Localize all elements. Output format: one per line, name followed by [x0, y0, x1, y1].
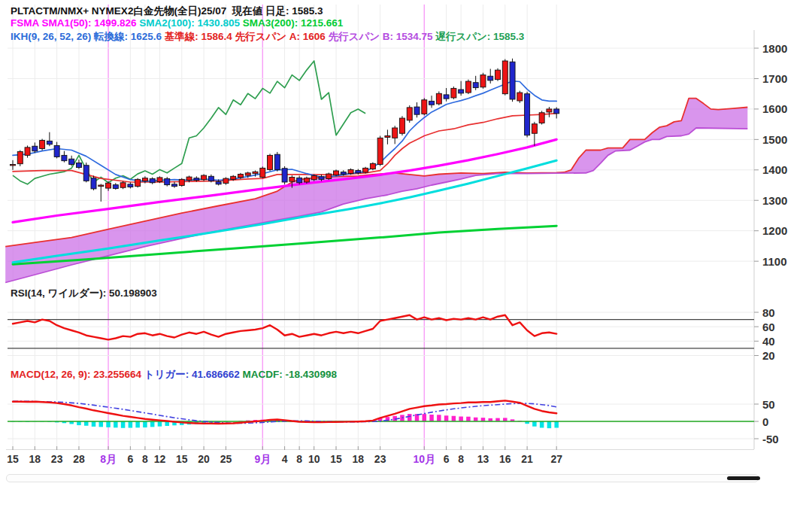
x-axis-label: 15 [330, 453, 342, 465]
x-axis-label: 15 [7, 453, 19, 465]
y-axis-label: 1500 [762, 133, 787, 146]
x-axis-label: 28 [73, 453, 85, 465]
x-axis-label: 8 [142, 453, 148, 465]
chart-canvas[interactable]: 1800170016001500140013001200110080604020… [0, 0, 812, 488]
candle [517, 93, 523, 101]
x-axis-label: 23 [374, 453, 386, 465]
x-axis-label: 4 [282, 453, 288, 465]
y-axis-label: 1700 [762, 72, 787, 85]
y-axis-label: 1300 [762, 194, 787, 207]
legend-segment: トリガー: 41.686662 [144, 369, 243, 380]
x-axis-label: 27 [550, 453, 562, 465]
x-axis-label: 10月 [413, 453, 435, 465]
candle [142, 178, 147, 181]
candle [488, 76, 493, 81]
candle [32, 146, 38, 150]
candle [334, 171, 339, 175]
candle [268, 155, 273, 169]
candle [304, 178, 309, 182]
candle [194, 178, 199, 181]
candle [201, 175, 207, 180]
rsi-axis-label: 60 [762, 321, 775, 333]
candle [311, 175, 317, 179]
legend-segment: MACD(12, 26, 9): 23.255664 [11, 369, 144, 380]
candle [451, 88, 456, 98]
candle [135, 179, 141, 186]
candle [429, 101, 435, 105]
x-axis-label: 10 [308, 453, 320, 465]
ichimoku-legend: IKH(9, 26, 52, 26) 転換線: 1625.6 基準線: 1586… [11, 30, 524, 44]
candle [83, 166, 89, 181]
rsi-axis-label: 20 [762, 349, 775, 362]
x-axis-label: 8月 [100, 453, 117, 465]
candle [495, 70, 501, 80]
candle [113, 185, 118, 189]
candle [11, 165, 16, 166]
candle [399, 118, 404, 133]
sma-legend: FSMA SMA1(50): 1499.826 SMA2(100): 1430.… [11, 17, 343, 29]
candle [289, 178, 295, 182]
y-axis-label: 1600 [762, 102, 787, 115]
x-axis-label: 8 [296, 453, 302, 465]
legend-segment: 先行スパン A: 1606 [235, 31, 329, 42]
y-axis-label: 1400 [762, 163, 787, 176]
candle [274, 154, 280, 169]
scrollbar-thumb[interactable] [727, 476, 760, 480]
x-axis-label: 12 [154, 453, 166, 465]
candle [282, 169, 287, 182]
x-axis-label: 25 [220, 453, 232, 465]
candle [17, 152, 23, 164]
candle [128, 184, 133, 187]
candle [186, 177, 192, 180]
candle [319, 177, 324, 180]
candle [348, 169, 353, 173]
x-axis-label: 6 [444, 453, 450, 465]
candle [40, 141, 45, 149]
candle [444, 95, 449, 99]
candle [150, 179, 155, 183]
candle [459, 90, 464, 93]
candle [179, 179, 184, 185]
horizontal-scrollbar[interactable] [6, 474, 759, 482]
candle [231, 176, 236, 179]
candle [62, 155, 67, 160]
candle [407, 108, 412, 120]
x-axis-label: 15 [176, 453, 188, 465]
legend-segment: PLTACTM/NMX+ NYMEX2白金先物(全日)25/07 現在値 日足:… [11, 5, 323, 17]
candle [341, 172, 346, 175]
candle [422, 100, 427, 114]
legend-segment: RSI(14, ワイルダー): 50.198903 [11, 287, 157, 299]
candle [532, 124, 537, 134]
candle [356, 171, 361, 173]
y-axis-label: 1800 [762, 42, 787, 55]
chart-title: PLTACTM/NMX+ NYMEX2白金先物(全日)25/07 現在値 日足:… [11, 5, 323, 18]
candle [208, 176, 214, 181]
candle [547, 109, 552, 112]
x-axis-label: 23 [51, 453, 63, 465]
candle [216, 182, 221, 184]
x-axis-label: 8 [458, 453, 464, 465]
candle [377, 138, 383, 164]
candle [54, 145, 59, 157]
candle [157, 178, 162, 182]
candle [172, 184, 177, 187]
macd-axis-label: 0 [762, 415, 768, 428]
legend-segment: IKH(9, 26, 52, 26) 転換線: 1625.6 [11, 31, 165, 42]
candle [69, 159, 74, 164]
candle [25, 147, 30, 156]
candle [465, 81, 471, 93]
candle [106, 183, 111, 188]
x-axis-label: 21 [521, 453, 533, 465]
candle [297, 178, 302, 182]
legend-segment: SMA2(100): 1430.805 [139, 17, 242, 29]
candle [436, 93, 441, 104]
rsi-axis-label: 40 [762, 335, 775, 348]
candle [326, 174, 332, 178]
candle [370, 163, 375, 169]
legend-segment: FSMA SMA1(50): 1499.826 [11, 17, 139, 29]
candle [223, 178, 229, 183]
candle [385, 135, 390, 137]
x-axis-label: 9月 [254, 453, 271, 465]
candle [120, 183, 126, 187]
candle [363, 168, 368, 172]
